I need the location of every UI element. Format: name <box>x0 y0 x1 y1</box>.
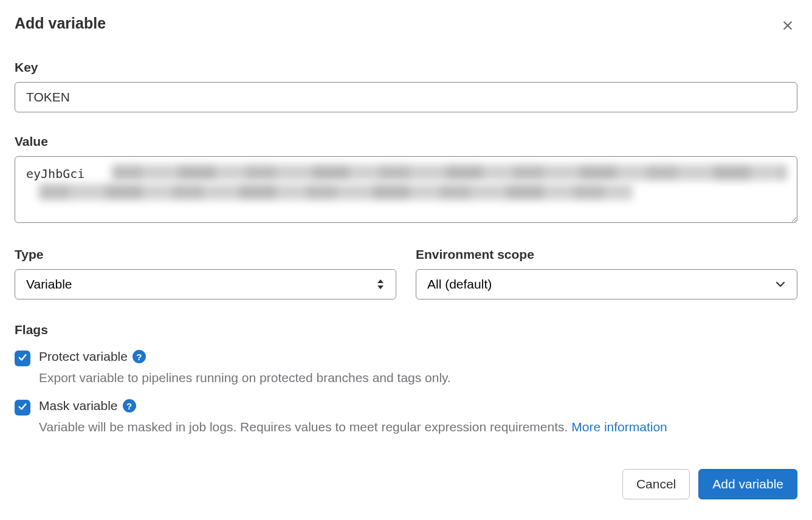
protect-variable-label: Protect variable <box>39 349 128 364</box>
mask-variable-label: Mask variable <box>39 399 118 413</box>
more-information-link[interactable]: More information <box>571 420 667 434</box>
help-icon[interactable]: ? <box>123 399 136 412</box>
close-icon <box>782 19 794 33</box>
type-scope-row: Type Variable Environment scope All (def… <box>15 247 797 299</box>
type-select-value: Variable <box>26 277 72 291</box>
mask-variable-row: Mask variable ? Variable will be masked … <box>15 399 797 436</box>
checkmark-icon <box>17 401 28 414</box>
key-label: Key <box>15 60 797 75</box>
key-input[interactable] <box>15 82 797 112</box>
value-textarea[interactable]: eyJhbGci <box>15 156 797 223</box>
modal-header: Add variable <box>15 15 797 37</box>
value-label: Value <box>15 134 797 149</box>
cancel-button[interactable]: Cancel <box>622 469 690 499</box>
help-icon[interactable]: ? <box>132 350 146 363</box>
scope-label: Environment scope <box>416 247 797 262</box>
modal-footer: Cancel Add variable <box>15 469 797 499</box>
mask-variable-checkbox[interactable] <box>15 400 30 416</box>
protect-variable-checkbox[interactable] <box>15 351 30 366</box>
value-field-wrap: eyJhbGci <box>15 156 797 225</box>
protect-variable-row: Protect variable ? Export variable to pi… <box>15 349 797 386</box>
add-variable-button[interactable]: Add variable <box>698 469 797 499</box>
protect-variable-desc: Export variable to pipelines running on … <box>39 369 797 386</box>
type-select[interactable]: Variable <box>15 269 396 299</box>
flags-section: Flags Protect variable ? Export variable… <box>15 323 797 436</box>
checkmark-icon <box>17 352 28 365</box>
modal-title: Add variable <box>15 15 106 32</box>
scope-select-value: All (default) <box>427 277 492 291</box>
scope-select[interactable]: All (default) <box>416 269 797 299</box>
flags-label: Flags <box>15 323 797 337</box>
add-variable-modal: Add variable Key Value eyJhbGci Type Var… <box>0 0 812 514</box>
close-button[interactable] <box>778 16 797 37</box>
mask-variable-desc: Variable will be masked in job logs. Req… <box>39 418 797 436</box>
type-label: Type <box>15 247 396 262</box>
